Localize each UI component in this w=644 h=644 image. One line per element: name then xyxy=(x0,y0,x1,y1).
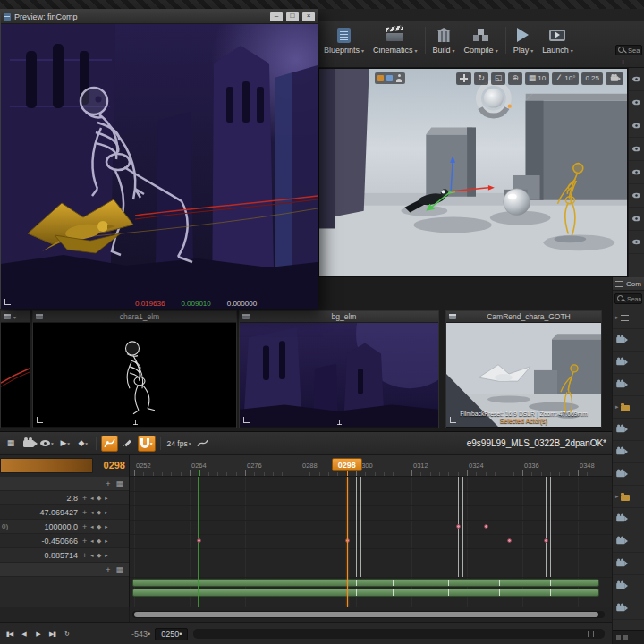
footer-icon[interactable] xyxy=(616,635,621,640)
curves-icon[interactable] xyxy=(194,436,210,452)
scene-item-row[interactable] xyxy=(613,352,644,374)
section-keyframe-tick[interactable] xyxy=(356,580,357,586)
add-track-button[interactable]: + xyxy=(106,479,110,488)
keyframe-line[interactable] xyxy=(546,477,547,577)
section-keyframe-tick[interactable] xyxy=(301,589,301,596)
channel-row[interactable]: 47.069427+◂ ◆ ▸ xyxy=(0,505,129,520)
translate-tool-button[interactable] xyxy=(456,72,471,85)
keyframe-line[interactable] xyxy=(360,477,361,577)
track-grid-icon[interactable]: ▦ xyxy=(115,565,123,574)
curve-editor-button[interactable] xyxy=(101,436,118,452)
maximize-button[interactable]: □ xyxy=(286,12,299,21)
thumbnail-panel-bg[interactable]: bg_elm xyxy=(239,310,439,428)
camera-speed-button[interactable] xyxy=(606,72,623,85)
outliner-row[interactable] xyxy=(629,91,644,114)
keyframe-dot[interactable] xyxy=(484,524,488,529)
section-keyframe-tick[interactable] xyxy=(499,580,500,586)
blueprints-button[interactable]: Blueprints▾ xyxy=(319,24,369,56)
visibility-eye-icon[interactable] xyxy=(632,216,640,222)
thumbnail-panel-chara[interactable]: chara1_elm xyxy=(32,310,237,428)
add-key-button[interactable]: + xyxy=(82,522,87,531)
camera-icon[interactable] xyxy=(21,436,37,452)
cinematics-button[interactable]: Cinematics▾ xyxy=(369,24,422,56)
scene-item-row[interactable] xyxy=(613,463,644,486)
toolbar-search-input[interactable]: Sea xyxy=(615,45,642,55)
section-keyframe-tick[interactable] xyxy=(393,589,394,596)
grid-snap-button[interactable]: ▦ 10 xyxy=(525,72,549,85)
visibility-eye-icon[interactable] xyxy=(632,77,640,82)
add-key-button[interactable]: + xyxy=(82,537,87,546)
scene-item-row[interactable] xyxy=(613,530,644,553)
key-navigation-buttons[interactable]: ◂ ◆ ▸ xyxy=(90,523,108,530)
preview-titlebar[interactable]: Preview: finComp – □ × xyxy=(1,10,318,24)
timeline-range-bar[interactable] xyxy=(193,629,605,639)
footer-icon[interactable] xyxy=(623,635,628,640)
channel-value-field[interactable]: 0.885714 xyxy=(13,551,82,560)
track-grid-icon[interactable]: ▦ xyxy=(115,479,123,488)
scale-snap-button[interactable]: 0.25 xyxy=(581,72,603,85)
visibility-eye-icon[interactable] xyxy=(632,147,640,152)
outliner-row[interactable] xyxy=(629,184,644,208)
sequencer-options-icon[interactable]: ▦ xyxy=(3,436,19,452)
key-navigation-buttons[interactable]: ◂ ◆ ▸ xyxy=(90,552,108,559)
keyframe-dot[interactable] xyxy=(456,524,461,529)
section-bar[interactable] xyxy=(132,589,599,597)
rotate-tool-button[interactable]: ↻ xyxy=(474,72,488,85)
keyframe-line[interactable] xyxy=(356,477,357,577)
track-group-row[interactable]: +▦ xyxy=(0,477,129,491)
channel-row[interactable]: -0.450666+◂ ◆ ▸ xyxy=(0,534,129,548)
range-end-field[interactable]: 0250• xyxy=(155,628,188,640)
section-keyframe-tick[interactable] xyxy=(550,589,551,596)
channel-row[interactable]: 2.8+◂ ◆ ▸ xyxy=(0,491,129,505)
eye-options-icon[interactable]: ▾ xyxy=(38,436,55,452)
keyframe-dot[interactable] xyxy=(197,538,201,543)
panel-search-input[interactable]: Search O xyxy=(614,293,642,304)
expand-chevron-icon[interactable]: ▸ xyxy=(615,493,619,500)
keyframe-options-icon[interactable]: ◆▾ xyxy=(75,436,91,452)
scale-tool-button[interactable]: ◱ xyxy=(491,72,506,85)
scene-item-row[interactable]: ▸ xyxy=(613,486,644,508)
minimize-button[interactable]: – xyxy=(270,12,283,21)
pen-icon[interactable] xyxy=(120,436,136,452)
compile-button[interactable]: Compile▾ xyxy=(460,24,503,56)
actor-snap-icon[interactable] xyxy=(377,75,384,81)
outliner-row[interactable] xyxy=(629,231,644,254)
add-key-button[interactable]: + xyxy=(82,508,87,517)
scene-item-row[interactable] xyxy=(613,575,644,597)
thumbnail-panel-partial[interactable]: ▾ xyxy=(0,310,30,428)
snap-magnet-button[interactable]: ▾ xyxy=(138,436,156,452)
range-start-label[interactable]: -543• xyxy=(131,630,150,639)
scene-item-row[interactable]: ▸ xyxy=(613,396,644,419)
section-keyframe-tick[interactable] xyxy=(499,589,500,596)
character-icon[interactable] xyxy=(395,74,402,82)
scene-item-row[interactable] xyxy=(613,329,644,352)
keyframe-line[interactable] xyxy=(550,477,551,577)
section-keyframe-tick[interactable] xyxy=(448,589,449,596)
keyframe-line[interactable] xyxy=(462,477,463,577)
play-button[interactable]: ▶ xyxy=(31,627,45,640)
outliner-row[interactable] xyxy=(629,208,644,231)
visibility-eye-icon[interactable] xyxy=(632,240,640,245)
key-navigation-buttons[interactable]: ◂ ◆ ▸ xyxy=(90,495,108,502)
frame-back-button[interactable]: ◀ xyxy=(17,627,30,640)
surface-snap-icon[interactable] xyxy=(386,75,393,81)
outliner-row[interactable] xyxy=(629,114,644,138)
scene-item-row[interactable] xyxy=(613,441,644,463)
thumbnail-header[interactable]: ▾ xyxy=(1,311,30,323)
current-frame-field[interactable]: 0298 xyxy=(104,460,125,470)
section-keyframe-tick[interactable] xyxy=(393,580,394,586)
launch-button[interactable]: Launch▾ xyxy=(538,24,578,56)
timeline-scrollbar[interactable] xyxy=(132,611,605,618)
thumbnail-panel-camrend[interactable]: CamRend_chara_GOTH xyxy=(445,310,602,428)
channel-value-field[interactable]: 100000.0 xyxy=(13,522,82,531)
track-group-row[interactable]: +▦ xyxy=(0,563,129,577)
panel-header-tab[interactable]: Com xyxy=(613,277,644,291)
outliner-row[interactable] xyxy=(629,138,644,161)
root-track-bar[interactable] xyxy=(0,458,93,473)
fps-dropdown[interactable]: 24 fps▾ xyxy=(165,436,193,452)
rotation-snap-button[interactable]: ∠ 10° xyxy=(552,72,579,85)
channel-value-field[interactable]: -0.450666 xyxy=(13,537,82,546)
timeline-ruler[interactable]: 0252026402760288030003120324033603480298 xyxy=(130,455,612,477)
keyframe-dot[interactable] xyxy=(544,538,548,543)
visibility-eye-icon[interactable] xyxy=(632,100,640,106)
